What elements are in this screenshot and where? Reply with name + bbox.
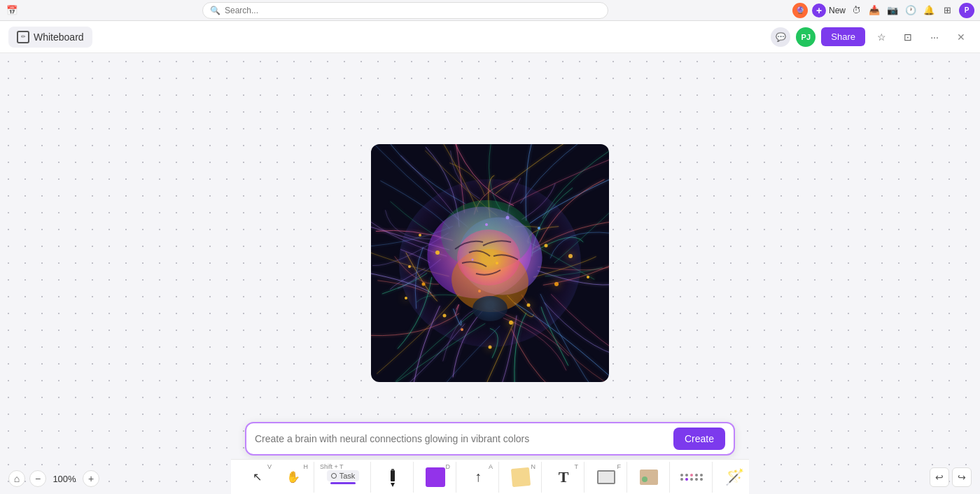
task-tool[interactable]: Shift + T Task: [318, 462, 368, 493]
chat-avatar[interactable]: 💬: [771, 27, 790, 47]
dot-3: [690, 474, 693, 477]
svg-marker-1: [391, 483, 395, 487]
toolbar-group-shape: D: [415, 462, 456, 493]
toolbar-group-select: V ↖ H ✋: [237, 462, 314, 493]
zoom-controls: ⌂ − 100% +: [8, 470, 99, 487]
frame-shortcut: F: [617, 463, 622, 470]
share-button[interactable]: Share: [821, 27, 865, 46]
home-icon: ⌂: [14, 473, 20, 484]
dot-4: [695, 474, 698, 477]
whiteboard-title-badge: ✏ Whiteboard: [8, 27, 92, 48]
whiteboard-icon: ✏: [17, 31, 29, 43]
zoom-minus-button[interactable]: −: [29, 470, 46, 487]
page-title: Whiteboard: [34, 31, 84, 43]
brain-image: [371, 144, 609, 382]
toolbar-group-pen: [372, 462, 414, 493]
new-btn-circle: +: [812, 3, 826, 17]
redo-button[interactable]: ↪: [952, 467, 972, 487]
hand-tool[interactable]: H ✋: [276, 462, 311, 493]
arrow-shortcut: A: [489, 463, 493, 470]
task-badge-dot: [331, 473, 337, 479]
arrow-tool[interactable]: A ↑: [461, 462, 496, 493]
toolbar-group-task: Shift + T Task: [316, 462, 371, 493]
svg-rect-2: [391, 469, 394, 471]
search-icon: 🔍: [210, 6, 220, 15]
calendar-icon[interactable]: 📅: [6, 4, 18, 17]
zoom-level: 100%: [50, 474, 78, 484]
task-underline: [330, 482, 356, 484]
dot-2: [685, 474, 688, 477]
purple-rect-icon: [426, 467, 445, 487]
toolbar-group-text: T T: [543, 462, 584, 493]
prompt-input[interactable]: [255, 433, 673, 444]
camera-icon[interactable]: 📷: [886, 4, 899, 17]
pen-tool[interactable]: [375, 462, 410, 493]
task-label: Task: [340, 472, 356, 480]
sticky-note-icon: [511, 467, 531, 486]
header-right: 💬 PJ Share ☆ ⊡ ··· ✕: [771, 27, 972, 48]
notion-logo: 🔮: [792, 3, 808, 18]
bell-icon[interactable]: 🔔: [923, 4, 935, 17]
dot-5: [700, 474, 703, 477]
search-input[interactable]: [225, 6, 601, 15]
image-icon: [640, 470, 658, 485]
bookmark-button[interactable]: ☆: [871, 27, 892, 48]
dot-10: [700, 478, 703, 481]
toolbar-group-magic: 🪄: [714, 462, 755, 493]
dot-9: [695, 478, 698, 481]
fill-tool[interactable]: D: [418, 462, 453, 493]
hand-shortcut: H: [304, 463, 309, 470]
user-avatar[interactable]: P: [959, 3, 974, 18]
browser-right-icons: ⏱ 📥 📷 🕐 🔔 ⊞ P: [850, 3, 974, 18]
more-button[interactable]: ···: [924, 27, 945, 48]
collaborator-avatar[interactable]: PJ: [796, 27, 816, 47]
grid-icon[interactable]: ⊞: [941, 4, 953, 17]
browser-search-bar[interactable]: 🔍: [202, 2, 608, 19]
dot-1: [680, 474, 683, 477]
text-shortcut: T: [575, 463, 579, 470]
toolbar-group-frame: F: [586, 462, 627, 493]
hand-icon: ✋: [286, 470, 300, 484]
dots-icon: [680, 474, 704, 481]
download-icon[interactable]: 📥: [868, 4, 881, 17]
dot-6: [680, 478, 683, 481]
plus-icon: +: [88, 473, 94, 484]
magic-icon: 🪄: [725, 468, 744, 486]
close-button[interactable]: ✕: [951, 27, 972, 48]
layout-button[interactable]: ⊡: [897, 27, 918, 48]
ai-prompt-bar: Create: [245, 422, 735, 456]
browser-tab-bar: 📅 🔍 🔮 + New: [6, 2, 846, 19]
zoom-plus-button[interactable]: +: [83, 470, 99, 487]
task-shortcut: Shift + T: [320, 463, 365, 470]
create-button[interactable]: Create: [673, 428, 725, 450]
toolbar-group-image: [629, 462, 670, 493]
timer-icon[interactable]: ⏱: [850, 4, 862, 17]
task-badge: Task: [327, 470, 360, 481]
select-shortcut: V: [267, 463, 272, 470]
sticky-tool[interactable]: N: [503, 462, 538, 493]
frame-tool[interactable]: F: [589, 462, 624, 493]
bottom-toolbar: V ↖ H ✋ Shift + T Task: [231, 459, 749, 494]
whiteboard-canvas: Create V ↖ H ✋ Shift + T Task: [0, 53, 980, 494]
toolbar-group-sticky: N: [500, 462, 542, 493]
text-icon: T: [559, 468, 569, 486]
connect-tool[interactable]: [674, 462, 709, 493]
zoom-out-button[interactable]: ⌂: [8, 470, 25, 487]
shape-shortcut: D: [446, 463, 451, 470]
undo-button[interactable]: ↩: [930, 467, 949, 487]
dot-8: [690, 478, 693, 481]
frame-icon: [597, 470, 615, 484]
toolbar-group-dots: [671, 462, 713, 493]
text-tool[interactable]: T T: [546, 462, 581, 493]
app-header: ✏ Whiteboard 💬 PJ Share ☆ ⊡ ··· ✕: [0, 21, 980, 53]
arrow-icon: ↑: [475, 469, 482, 485]
magic-tool[interactable]: 🪄: [717, 462, 752, 493]
toolbar-group-arrow: A ↑: [458, 462, 499, 493]
dot-7: [685, 478, 688, 481]
clock-icon[interactable]: 🕐: [904, 4, 917, 17]
select-tool[interactable]: V ↖: [239, 462, 274, 493]
pen-icon: [388, 467, 398, 487]
new-button[interactable]: + New: [812, 3, 846, 17]
image-tool[interactable]: [631, 462, 666, 493]
svg-rect-0: [391, 470, 395, 481]
